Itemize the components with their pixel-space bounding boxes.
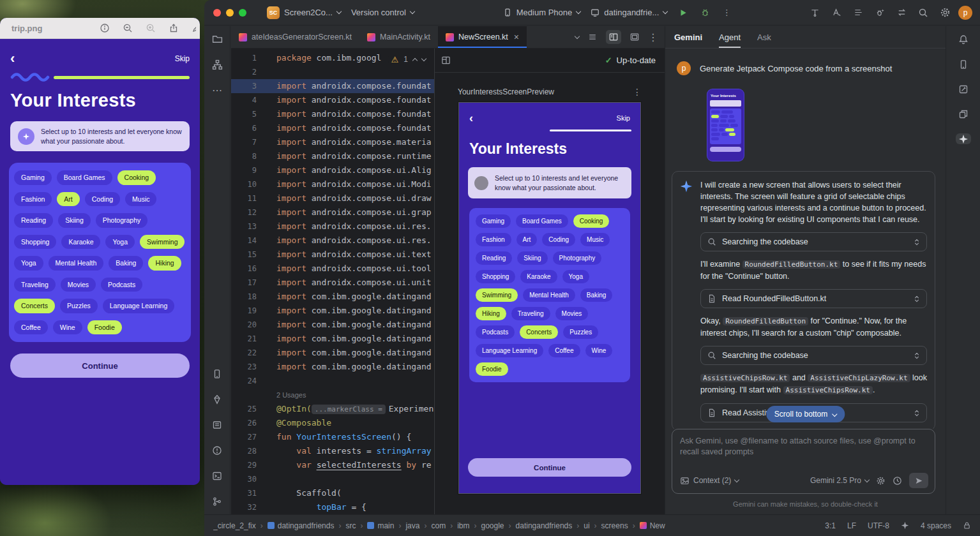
code-line[interactable]: 9import androidx.compose.ui.Alig — [231, 163, 434, 177]
tab-NewScreen.kt[interactable]: NewScreen.kt× — [438, 26, 527, 48]
tool-call-row[interactable]: Searching the codebase — [700, 232, 927, 251]
breadcrumb-google[interactable]: google — [481, 521, 504, 530]
share-icon[interactable] — [169, 23, 179, 33]
chip-yoga[interactable]: Yoga — [562, 270, 589, 283]
file-encoding[interactable]: UTF-8 — [868, 521, 889, 530]
code-line[interactable]: 7import androidx.compose.materia — [231, 135, 434, 149]
tool-call-row[interactable]: Searching the codebase — [700, 346, 927, 365]
window-controls[interactable] — [213, 9, 246, 17]
design-view-button[interactable] — [627, 30, 642, 44]
line-separator[interactable]: LF — [847, 521, 856, 530]
ai-status-icon[interactable] — [901, 521, 909, 530]
code-line[interactable]: 32 topBar = { — [231, 500, 434, 514]
tool-call-row[interactable]: Read RoundedFilledButton.kt — [700, 289, 927, 308]
device-explorer-icon[interactable] — [212, 368, 222, 379]
chip-traveling[interactable]: Traveling — [511, 307, 550, 320]
code-line[interactable]: 4import androidx.compose.foundat — [231, 93, 434, 107]
code-line[interactable]: 16import androidx.compose.ui.tool — [231, 262, 434, 276]
maximize-window-icon[interactable] — [239, 9, 246, 17]
gemini-settings-icon[interactable] — [876, 476, 886, 486]
breadcrumb-src[interactable]: src — [345, 521, 356, 530]
gemini-input-box[interactable]: Ask Gemini, use @filename to attach sour… — [672, 429, 935, 494]
code-line[interactable]: 21import com.ibm.google.datingand — [231, 332, 434, 346]
run-configuration-selector[interactable]: datingandfrie... — [588, 8, 670, 17]
code-line[interactable]: 19import com.ibm.google.datingand — [231, 304, 434, 318]
chip-cooking[interactable]: Cooking — [573, 214, 610, 228]
translate-icon[interactable] — [828, 8, 845, 17]
search-icon[interactable] — [915, 8, 931, 18]
code-line[interactable]: 18import com.ibm.google.datingand — [231, 290, 434, 304]
chip-photography[interactable]: Photography — [553, 251, 602, 265]
code-line[interactable]: 24 — [231, 374, 434, 388]
code-line[interactable]: 6import androidx.compose.foundat — [231, 121, 434, 135]
expand-collapse-icon[interactable] — [914, 295, 920, 303]
run-button[interactable] — [675, 8, 691, 17]
chip-fashion[interactable]: Fashion — [476, 233, 511, 246]
vcs-widget[interactable]: Version control — [349, 8, 417, 17]
gemini-chat[interactable]: p Generate Jetpack Compose code from a s… — [665, 48, 946, 429]
chip-karaoke[interactable]: Karaoke — [520, 270, 557, 283]
chip-coffee[interactable]: Coffee — [548, 344, 580, 357]
code-line[interactable]: 3import androidx.compose.foundat — [231, 79, 434, 93]
send-button[interactable] — [909, 473, 928, 488]
code-line[interactable]: 14import androidx.compose.ui.res. — [231, 234, 434, 248]
context-selector[interactable]: Context (2) — [680, 476, 739, 486]
code-line[interactable]: 17import androidx.compose.ui.unit — [231, 276, 434, 290]
split-view-button[interactable] — [606, 30, 621, 44]
breadcrumb-java[interactable]: java — [405, 521, 419, 530]
preview-continue-button[interactable]: Continue — [468, 458, 631, 477]
chip-skiing[interactable]: Skiing — [517, 251, 547, 265]
caret-position[interactable]: 3:1 — [825, 521, 836, 530]
breadcrumb-com[interactable]: com — [431, 521, 446, 530]
minimize-window-icon[interactable] — [226, 9, 234, 17]
layout-inspector-icon[interactable] — [958, 84, 969, 94]
model-selector[interactable]: Gemini 2.5 Pro — [810, 476, 869, 485]
chip-concerts[interactable]: Concerts — [520, 325, 558, 339]
debug-button[interactable] — [697, 8, 713, 17]
chip-language-learning[interactable]: Language Learning — [476, 344, 543, 357]
code-line[interactable]: 26@Composable — [231, 416, 434, 430]
breadcrumb-datingandfriends[interactable]: datingandfriends — [268, 521, 335, 530]
inspection-widget[interactable]: ⚠ 1 — [388, 54, 429, 65]
chip-gaming[interactable]: Gaming — [476, 214, 511, 228]
problems-icon[interactable] — [212, 445, 222, 456]
preview-layout-icon[interactable] — [441, 56, 451, 65]
logcat-icon[interactable] — [212, 419, 222, 430]
tab-options-icon[interactable]: ⋮ — [648, 31, 658, 43]
chip-podcasts[interactable]: Podcasts — [476, 325, 515, 339]
chip-board-games[interactable]: Board Games — [516, 214, 568, 228]
chip-movies[interactable]: Movies — [555, 307, 589, 320]
code-line[interactable]: 29 var selectedInterests by re — [231, 458, 434, 472]
scroll-to-bottom-button[interactable]: Scroll to bottom — [766, 406, 845, 422]
running-devices-icon[interactable] — [958, 108, 969, 119]
breadcrumb-_circle_2_fix[interactable]: _circle_2_fix — [213, 521, 256, 530]
code-line[interactable]: 28 val interests = stringArray — [231, 444, 434, 458]
zoom-in-icon[interactable] — [146, 23, 156, 33]
expand-collapse-icon[interactable] — [914, 409, 920, 417]
code-line[interactable]: 12import androidx.compose.ui.grap — [231, 205, 434, 220]
info-icon[interactable] — [100, 23, 110, 33]
task-list-icon[interactable] — [850, 8, 866, 17]
close-window-icon[interactable] — [213, 9, 221, 17]
devtools-icon[interactable] — [806, 8, 823, 17]
code-line[interactable]: 15import androidx.compose.ui.text — [231, 248, 434, 262]
code-line[interactable]: 11import androidx.compose.ui.draw — [231, 191, 434, 205]
ai-review-icon[interactable] — [871, 8, 888, 17]
expand-collapse-icon[interactable] — [914, 238, 920, 246]
tab-ateIdeasGeneratorScreen.kt[interactable]: ateIdeasGeneratorScreen.kt — [231, 26, 359, 48]
more-actions-icon[interactable]: ⋮ — [718, 8, 735, 17]
chip-puzzles[interactable]: Puzzles — [563, 325, 598, 339]
prev-problem-icon[interactable] — [412, 57, 418, 63]
chip-swimming[interactable]: Swimming — [476, 288, 518, 302]
chip-reading[interactable]: Reading — [476, 251, 512, 265]
code-line[interactable]: 25@OptIn(...markerClass =Experiment — [231, 402, 434, 416]
chip-hiking[interactable]: Hiking — [476, 307, 506, 320]
settings-gear-icon[interactable] — [937, 7, 953, 18]
close-tab-icon[interactable]: × — [514, 32, 519, 42]
breadcrumb-ibm[interactable]: ibm — [457, 521, 469, 530]
breadcrumb-screens[interactable]: screens — [601, 521, 628, 530]
chip-baking[interactable]: Baking — [580, 288, 613, 302]
indent-setting[interactable]: 4 spaces — [921, 521, 951, 530]
code-line[interactable]: 20import com.ibm.google.datingand — [231, 318, 434, 332]
tab-ask[interactable]: Ask — [757, 26, 771, 48]
